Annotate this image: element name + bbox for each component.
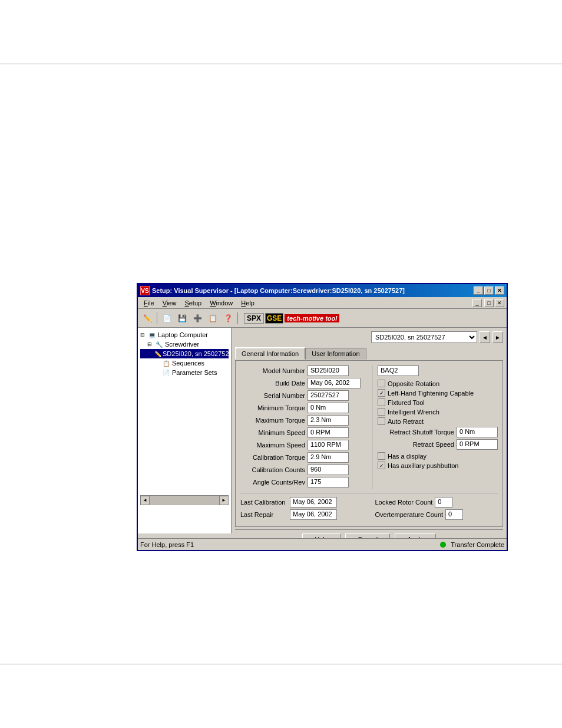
field-row-max-torque: Maximum Torque 2.3 Nm: [240, 415, 361, 426]
form-left: Model Number SD25I020 Build Date May 06,…: [240, 365, 366, 489]
top-rule: [0, 64, 562, 64]
retract-speed-row: Retract Speed 0 RPM: [378, 439, 498, 450]
model-number-value: SD25I020: [308, 365, 349, 376]
checkbox-left-hand-label: Left-Hand Tightening Capable: [388, 390, 474, 397]
tree-item-sd25i020[interactable]: ✏️ SD25I020, sn 25027527: [140, 349, 229, 358]
build-date-value: May 06, 2002: [308, 378, 361, 388]
tab-general-label: General Information: [242, 350, 299, 357]
angle-counts-value: 175: [308, 477, 349, 487]
checkbox-has-display-label: Has a display: [388, 453, 427, 460]
locked-rotor-value: 0: [435, 497, 452, 508]
tab-user-information[interactable]: User Information: [305, 348, 366, 360]
menu-restore-button[interactable]: □: [484, 299, 494, 307]
model-suffix-row: BAQ2: [378, 365, 498, 376]
menu-file[interactable]: File: [140, 298, 158, 308]
tab-user-label: User Information: [312, 350, 359, 357]
toolbar-pencil-icon[interactable]: ✏️: [140, 311, 154, 325]
app-icon: VS: [140, 286, 150, 295]
last-calibration-value: May 06, 2002: [290, 497, 337, 508]
tree-item-laptop[interactable]: ⊟ 💻 Laptop Computer: [140, 330, 229, 340]
menu-window[interactable]: Window: [206, 298, 236, 308]
tree-label-laptop: Laptop Computer: [158, 331, 208, 338]
toolbar: ✏️ 📄 💾 ➕ 📋 ❓ SPX GSE tech-motive tool: [138, 309, 507, 328]
checkbox-intelligent-box[interactable]: [378, 408, 385, 416]
tree-item-parameter-sets[interactable]: 📄 Parameter Sets: [140, 368, 229, 377]
max-speed-value: 1100 RPM: [308, 440, 349, 450]
tab-row: General Information User Information: [235, 347, 503, 358]
scroll-left-button[interactable]: ◄: [140, 496, 150, 505]
screwdriver-icon: 🔧: [154, 340, 164, 348]
checkbox-has-display: Has a display: [378, 452, 498, 460]
cal-counts-value: 960: [308, 465, 349, 475]
form-right: BAQ2 Opposite Rotation ✓ Left-Hand Tight…: [372, 365, 498, 489]
cal-torque-label: Calibration Torque: [240, 454, 305, 461]
overtemperature-label: Overtemperature Count: [375, 511, 444, 518]
field-row-min-speed: Minimum Speed 0 RPM: [240, 427, 361, 438]
menu-bar: File View Setup Window Help _ □ ✕: [138, 297, 507, 309]
toolbar-help-button[interactable]: ❓: [221, 311, 235, 325]
menu-close-button[interactable]: ✕: [495, 299, 504, 307]
expander-laptop[interactable]: ⊟: [140, 332, 147, 338]
model-suffix-value: BAQ2: [378, 365, 419, 376]
device-dropdown[interactable]: SD25I020, sn 25027527: [371, 331, 477, 343]
checkbox-opposite-rotation-box[interactable]: [378, 380, 385, 387]
checkbox-auto-retract-box[interactable]: [378, 417, 385, 425]
restore-button[interactable]: □: [484, 286, 494, 295]
checkbox-fixtured: Fixtured Tool: [378, 398, 498, 406]
checkbox-has-pushbutton: ✓ Has auxillary pushbutton: [378, 462, 498, 469]
tree-scrollbar[interactable]: ◄ ►: [140, 495, 229, 505]
title-bar-buttons: _ □ ✕: [474, 286, 504, 295]
scroll-right-button[interactable]: ►: [219, 496, 229, 505]
expander-screwdriver[interactable]: ⊟: [147, 341, 154, 347]
title-bar: VS Setup: Visual Supervisor - [Laptop Co…: [138, 284, 507, 297]
field-row-model: Model Number SD25I020: [240, 365, 361, 376]
status-bar: For Help, press F1 Transfer Complete: [138, 538, 507, 550]
nav-back-button[interactable]: ◄: [480, 331, 490, 343]
checkbox-left-hand-box[interactable]: ✓: [378, 389, 385, 397]
spx-logo: SPX: [244, 313, 264, 324]
nav-forward-button[interactable]: ►: [492, 331, 503, 343]
toolbar-copy-button[interactable]: 📋: [206, 311, 220, 325]
serial-number-value: 25027527: [308, 390, 349, 401]
dropdown-row: SD25I020, sn 25027527 ◄ ►: [235, 331, 503, 343]
max-torque-label: Maximum Torque: [240, 417, 305, 424]
overtemperature-value: 0: [445, 509, 463, 520]
tree-item-screwdriver[interactable]: ⊟ 🔧 Screwdriver: [140, 340, 229, 349]
menu-setup[interactable]: Setup: [181, 298, 205, 308]
checkbox-has-display-box[interactable]: [378, 452, 385, 460]
tab-general-information[interactable]: General Information: [235, 347, 305, 359]
status-transfer-area: Transfer Complete: [440, 541, 504, 548]
menu-minimize-button[interactable]: _: [472, 299, 482, 307]
toolbar-add-button[interactable]: ➕: [190, 311, 204, 325]
right-panel: SD25I020, sn 25027527 ◄ ► General Inform…: [232, 328, 507, 533]
checkbox-has-pushbutton-box[interactable]: ✓: [378, 462, 385, 469]
checkbox-opposite-rotation-label: Opposite Rotation: [388, 380, 439, 387]
last-repair-label: Last Repair: [240, 511, 287, 518]
menu-help[interactable]: Help: [237, 298, 258, 308]
min-torque-label: Minimum Torque: [240, 404, 305, 411]
build-date-label: Build Date: [240, 380, 305, 387]
bottom-row: Last Calibration May 06, 2002 Last Repai…: [240, 497, 498, 522]
cal-torque-value: 2.9 Nm: [308, 452, 349, 463]
toolbar-logo: SPX GSE tech-motive tool: [244, 313, 339, 324]
retract-shutoff-row: Retract Shutoff Torque 0 Nm: [378, 427, 498, 437]
retract-shutoff-value: 0 Nm: [457, 427, 498, 437]
field-row-serial: Serial Number 25027527: [240, 390, 361, 401]
checkbox-intelligent: Intelligent Wrench: [378, 408, 498, 416]
min-speed-value: 0 RPM: [308, 427, 349, 438]
close-button[interactable]: ✕: [495, 286, 504, 295]
toolbar-new-button[interactable]: 📄: [160, 311, 174, 325]
minimize-button[interactable]: _: [474, 286, 483, 295]
last-calibration-label: Last Calibration: [240, 499, 287, 506]
checkbox-intelligent-label: Intelligent Wrench: [388, 409, 439, 416]
tree-item-sequences[interactable]: 📋 Sequences: [140, 358, 229, 368]
sd-icon: ✏️: [154, 350, 161, 358]
title-bar-left: VS Setup: Visual Supervisor - [Laptop Co…: [140, 286, 405, 295]
field-row-angle: Angle Counts/Rev 175: [240, 477, 361, 487]
toolbar-save-button[interactable]: 💾: [175, 311, 189, 325]
menu-view[interactable]: View: [159, 298, 180, 308]
scroll-track[interactable]: [150, 496, 219, 505]
window-title: Setup: Visual Supervisor - [Laptop Compu…: [152, 287, 405, 294]
checkbox-fixtured-box[interactable]: [378, 398, 385, 406]
toolbar-separator-2: [237, 312, 238, 324]
